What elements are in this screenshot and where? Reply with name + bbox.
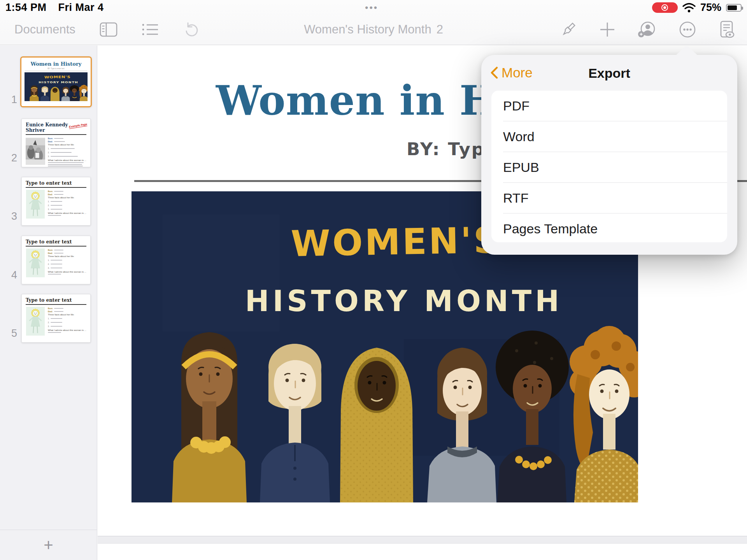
page-thumbnail-2[interactable]: Eunice Kennedy Shriver Example Page Born… — [21, 119, 91, 167]
format-button[interactable] — [559, 21, 577, 38]
ellipsis-circle-icon — [679, 21, 696, 38]
thumb5-doodle — [26, 307, 45, 336]
page-thumbnail-1[interactable]: Women in History BY: Type to enter text — [20, 56, 92, 107]
export-option-pages-template[interactable]: Pages Template — [491, 214, 727, 242]
export-popover: More Export PDF Word EPUB RTF Pages Temp… — [481, 55, 737, 255]
reader-view-button[interactable] — [718, 20, 735, 39]
status-date: Fri Mar 4 — [58, 2, 104, 13]
more-button[interactable] — [679, 21, 696, 38]
toolbar: Documents — [0, 14, 747, 45]
export-option-word[interactable]: Word — [491, 121, 727, 152]
popover-header: More Export — [481, 55, 737, 91]
thumb5-title: Type to enter text — [26, 298, 86, 303]
export-option-pdf[interactable]: PDF — [491, 91, 727, 121]
page-number-1: 1 — [2, 94, 17, 106]
thumb2-photo — [26, 137, 45, 166]
page-number-3: 3 — [2, 210, 17, 222]
popover-arrow — [675, 46, 698, 56]
document-title-number: 2 — [437, 23, 443, 37]
page-number-5: 5 — [2, 327, 17, 340]
page-thumbnail-5[interactable]: Type to enter text Born: Died: Three fac… — [21, 294, 91, 343]
battery-percent: 75% — [700, 2, 721, 14]
add-person-icon — [637, 21, 657, 38]
popover-title: Export — [481, 66, 737, 81]
export-option-epub[interactable]: EPUB — [491, 152, 727, 182]
pages-app-screen: WOMEN'S HISTORY MONTH — [0, 0, 747, 560]
status-time: 1:54 PM — [5, 2, 47, 13]
document-title-text: Women's History Month — [304, 23, 431, 37]
thumb1-subtitle: BY: Type to enter text — [21, 68, 91, 70]
multitask-handle[interactable]: ••• — [365, 2, 378, 13]
collaborate-button[interactable] — [637, 21, 657, 38]
thumb3-doodle — [26, 190, 45, 219]
born-label: Born: — [48, 137, 53, 140]
top-chrome: 1:54 PM Fri Mar 4 ••• 75% — [0, 0, 747, 45]
screen-recording-indicator[interactable] — [652, 2, 678, 13]
plus-icon — [599, 21, 615, 38]
battery-icon — [726, 4, 742, 12]
thumb1-illustration — [25, 72, 88, 101]
sidebar-footer: + — [0, 530, 97, 560]
page-thumbnail-3[interactable]: Type to enter text Born: Died: Three fac… — [21, 177, 91, 226]
wifi-icon — [682, 3, 696, 13]
page-number-2: 2 — [2, 152, 17, 164]
paintbrush-icon — [559, 21, 577, 38]
clock: 1:54 PM Fri Mar 4 — [5, 2, 104, 14]
facts-heading: Three facts about her life: — [48, 144, 87, 146]
record-icon — [661, 4, 668, 11]
export-option-rtf[interactable]: RTF — [491, 183, 727, 213]
page-gap — [98, 536, 747, 544]
thumb4-title: Type to enter text — [26, 239, 86, 245]
page-number-4: 4 — [2, 269, 17, 281]
thumb3-title: Type to enter text — [26, 180, 86, 186]
add-page-button[interactable]: + — [44, 537, 53, 553]
document-eye-icon — [718, 20, 735, 39]
thumb1-title: Women in History — [21, 61, 91, 67]
thumb4-doodle — [26, 248, 45, 277]
page-thumbnails-sidebar: 1 2 3 4 5 Women in History BY: Type to e… — [0, 46, 97, 560]
page-thumbnail-4[interactable]: Type to enter text Born: Died: Three fac… — [21, 236, 91, 284]
export-options-list: PDF Word EPUB RTF Pages Template — [491, 91, 727, 242]
died-label: Died: — [48, 140, 53, 143]
insert-button[interactable] — [599, 21, 615, 38]
status-bar: 1:54 PM Fri Mar 4 ••• 75% — [0, 0, 747, 14]
admire-heading: What I admire about this woman is ... — [48, 159, 87, 161]
